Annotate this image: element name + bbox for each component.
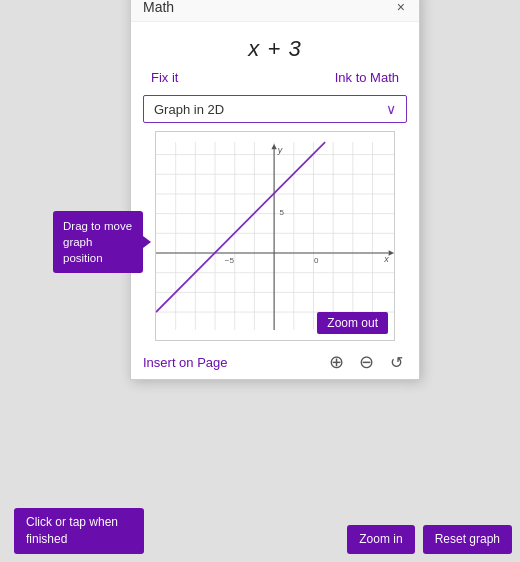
graph-dropdown[interactable]: Graph in 2D ∨ [143, 95, 407, 123]
full-container: Math × x + 3 Fix it Ink to Math Graph in… [0, 0, 520, 562]
graph-svg: x y −5 0 5 [156, 132, 394, 340]
svg-text:x: x [383, 254, 389, 264]
zoom-in-icon[interactable]: ⊕ [325, 351, 347, 373]
svg-text:5: 5 [279, 208, 284, 217]
svg-text:y: y [277, 145, 283, 155]
insert-on-page-link[interactable]: Insert on Page [143, 355, 228, 370]
zoom-in-tooltip-box: Zoom in [347, 525, 414, 554]
graph-type-row: Graph in 2D ∨ [131, 95, 419, 131]
svg-text:−5: −5 [225, 256, 235, 265]
graph-dropdown-label: Graph in 2D [154, 102, 386, 117]
chevron-down-icon: ∨ [386, 101, 396, 117]
graph-area[interactable]: x y −5 0 5 [155, 131, 395, 341]
ink-to-math-link[interactable]: Ink to Math [335, 70, 399, 85]
math-expression: x + 3 [131, 22, 419, 70]
click-when-finished-tooltip: Click or tap when finished [14, 508, 144, 554]
svg-text:0: 0 [314, 256, 319, 265]
click-when-finished-text: Click or tap when finished [26, 515, 118, 546]
fix-it-link[interactable]: Fix it [151, 70, 178, 85]
bottom-right-tooltips: Zoom in Reset graph [347, 525, 512, 554]
zoom-out-icon[interactable]: ⊖ [355, 351, 377, 373]
math-actions: Fix it Ink to Math [131, 70, 419, 95]
graph-controls: ⊕ ⊖ ↺ [325, 351, 407, 373]
bottom-bar: Insert on Page ⊕ ⊖ ↺ [131, 345, 419, 379]
svg-line-29 [156, 142, 325, 312]
close-button[interactable]: × [395, 0, 407, 14]
svg-marker-23 [271, 144, 276, 149]
reset-graph-icon[interactable]: ↺ [385, 351, 407, 373]
drag-tooltip-text: Drag to move graph position [63, 220, 132, 264]
math-panel: Math × x + 3 Fix it Ink to Math Graph in… [100, 0, 390, 370]
reset-graph-tooltip-box: Reset graph [423, 525, 512, 554]
svg-marker-21 [389, 250, 394, 255]
panel-title: Math [143, 0, 174, 15]
bottom-tooltips-row: Click or tap when finished Zoom in Reset… [0, 508, 520, 554]
panel-header: Math × [131, 0, 419, 22]
math-formula: x + 3 [248, 36, 301, 61]
panel-body: Math × x + 3 Fix it Ink to Math Graph in… [130, 0, 420, 380]
drag-tooltip: Drag to move graph position [53, 211, 143, 273]
graph-container-wrapper: x y −5 0 5 [131, 131, 419, 345]
